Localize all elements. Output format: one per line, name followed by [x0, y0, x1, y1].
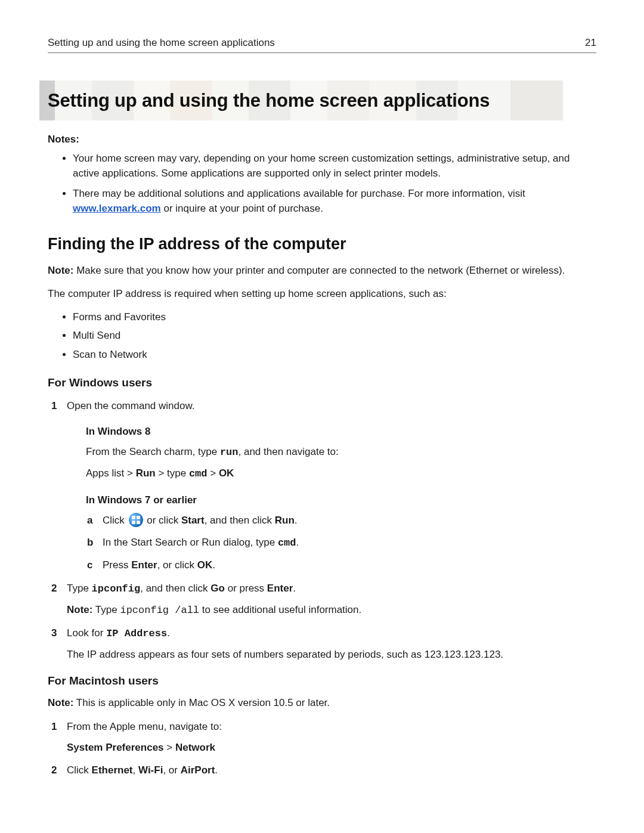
- text: to see additional useful information.: [199, 604, 361, 615]
- app-item: Multi Send: [73, 329, 596, 343]
- app-item: Scan to Network: [73, 348, 596, 362]
- apps-list: Forms and Favorites Multi Send Scan to N…: [48, 310, 596, 362]
- text: >: [164, 742, 175, 753]
- path-run: Run: [136, 467, 156, 479]
- airport-label: AirPort: [181, 764, 215, 776]
- substep-c: c Press Enter, or click OK.: [86, 557, 596, 573]
- text: .: [167, 627, 170, 639]
- path-cmd: cmd: [189, 468, 208, 479]
- step-2-note: Note: Type ipconfig /all to see addition…: [67, 602, 596, 618]
- path-ok: OK: [219, 467, 234, 479]
- text: .: [212, 559, 215, 571]
- text: Apps list >: [86, 467, 136, 479]
- page-number: 21: [585, 36, 596, 50]
- text: .: [296, 537, 299, 548]
- windows-steps: 1 Open the command window. In Windows 8 …: [48, 398, 596, 662]
- mac-path: System Preferences > Network: [67, 740, 596, 755]
- text: , and then click: [140, 583, 210, 594]
- page: Setting up and using the home screen app…: [0, 0, 644, 833]
- enter-label: Enter: [267, 583, 293, 594]
- win8-path: Apps list > Run > type cmd > OK: [86, 466, 596, 482]
- text: .: [293, 583, 296, 594]
- note-prefix: Note:: [67, 604, 92, 615]
- substep-letter: a: [87, 512, 92, 528]
- text: From the Search charm, type: [86, 446, 220, 457]
- ip-note: Note: Make sure that you know how your p…: [48, 264, 596, 278]
- step-text: Open the command window.: [67, 400, 195, 411]
- enter-label: Enter: [131, 559, 157, 571]
- step-text: From the Apple menu, navigate to:: [67, 721, 222, 732]
- step-number: 1: [51, 719, 57, 735]
- mac-step-1: 1 From the Apple menu, navigate to: Syst…: [48, 719, 596, 755]
- ok-label: OK: [197, 559, 213, 571]
- text: or click: [144, 515, 181, 526]
- step-2: 2 Type ipconfig, and then click Go or pr…: [48, 581, 596, 618]
- notes-list: Your home screen may vary, depending on …: [48, 151, 596, 216]
- mac-note: Note: This is applicable only in Mac OS …: [48, 696, 596, 711]
- ip-intro: The computer IP address is required when…: [48, 287, 596, 302]
- windows-logo-icon: [129, 513, 143, 527]
- text: , and then click: [205, 515, 275, 526]
- text: .: [215, 764, 218, 776]
- go-label: Go: [210, 583, 225, 594]
- step-number: 1: [51, 398, 57, 414]
- note-item: There may be additional solutions and ap…: [73, 187, 596, 216]
- text: Type: [92, 604, 120, 615]
- substep-a: a Click or click Start, and then click R…: [86, 512, 596, 528]
- text: Look for: [67, 627, 106, 639]
- ipconfig-all-label: ipconfig /all: [120, 605, 199, 616]
- windows-heading: For Windows users: [48, 375, 596, 391]
- system-preferences-label: System Preferences: [67, 742, 164, 753]
- app-item: Forms and Favorites: [73, 310, 596, 324]
- text: Click: [103, 515, 128, 526]
- note-body: This is applicable only in Mac OS X vers…: [73, 697, 330, 708]
- text: .: [295, 515, 298, 526]
- step-3: 3 Look for IP Address. The IP address ap…: [48, 625, 596, 662]
- win8-block: In Windows 8 From the Search charm, type…: [86, 424, 596, 482]
- win8-heading: In Windows 8: [86, 424, 596, 439]
- step-number: 3: [51, 625, 57, 641]
- start-label: Start: [181, 515, 205, 526]
- note-text: There may be additional solutions and ap…: [73, 188, 525, 199]
- ipconfig-label: ipconfig: [92, 583, 141, 594]
- text: > type: [156, 467, 189, 479]
- text: In the Start Search or Run dialog, type: [103, 537, 278, 548]
- step-1: 1 Open the command window. In Windows 8 …: [48, 398, 596, 574]
- text: Type: [67, 583, 92, 594]
- mac-steps: 1 From the Apple menu, navigate to: Syst…: [48, 719, 596, 778]
- notes-heading: Notes:: [48, 132, 596, 147]
- note-item: Your home screen may vary, depending on …: [73, 151, 596, 181]
- win7-block: In Windows 7 or earlier a Click or click…: [86, 493, 596, 574]
- network-label: Network: [175, 742, 215, 753]
- win7-heading: In Windows 7 or earlier: [86, 493, 596, 508]
- note-prefix: Note:: [48, 697, 73, 708]
- text: Click: [67, 764, 92, 776]
- chapter-title: Setting up and using the home screen app…: [48, 88, 555, 113]
- wifi-label: Wi-Fi: [138, 764, 163, 776]
- section-heading-ip: Finding the IP address of the computer: [48, 233, 596, 256]
- ethernet-label: Ethernet: [92, 764, 133, 776]
- run-label: Run: [275, 515, 295, 526]
- note-text: or inquire at your point of purchase.: [161, 203, 323, 214]
- win8-line1: From the Search charm, type run, and the…: [86, 444, 596, 460]
- step-3-follow: The IP address appears as four sets of n…: [67, 647, 596, 662]
- text: or press: [225, 583, 267, 594]
- lexmark-link[interactable]: www.lexmark.com: [73, 203, 161, 214]
- running-header: Setting up and using the home screen app…: [48, 36, 275, 50]
- step-number: 2: [51, 763, 57, 778]
- step-number: 2: [51, 581, 57, 596]
- page-header: Setting up and using the home screen app…: [48, 36, 596, 53]
- note-prefix: Note:: [48, 265, 73, 276]
- note-body: Make sure that you know how your printer…: [73, 265, 565, 276]
- text: , and then navigate to:: [238, 446, 338, 457]
- text: Press: [103, 559, 131, 571]
- text: , or: [163, 764, 180, 776]
- cmd-run: run: [220, 447, 239, 458]
- ip-address-label: IP Address: [106, 628, 167, 639]
- substep-b: b In the Start Search or Run dialog, typ…: [86, 534, 596, 551]
- cmd-label: cmd: [278, 537, 296, 549]
- text: >: [208, 467, 219, 479]
- mac-step-2: 2 Click Ethernet, Wi-Fi, or AirPort.: [48, 763, 596, 778]
- text: ,: [133, 764, 138, 776]
- mac-heading: For Macintosh users: [48, 673, 596, 689]
